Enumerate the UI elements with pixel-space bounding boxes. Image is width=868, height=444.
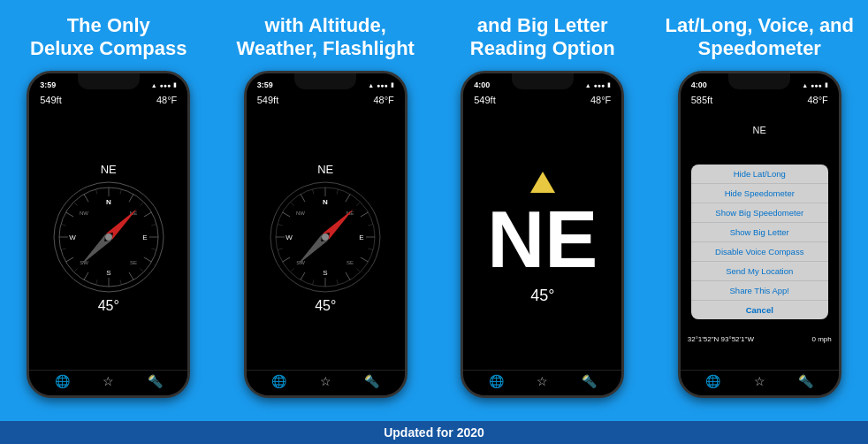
svg-line-19: [120, 279, 122, 285]
svg-line-17: [151, 249, 156, 250]
star-icon-4: ☆: [754, 374, 765, 388]
compass-svg-2: N S E W NE NW SE SW: [268, 180, 383, 295]
svg-text:SE: SE: [346, 260, 354, 265]
time-4: 4:00: [691, 80, 707, 89]
svg-line-61: [291, 202, 294, 205]
svg-line-20: [95, 279, 97, 285]
compass-area-1: NE: [29, 107, 187, 370]
signal-icon-4: ●●●: [811, 82, 822, 88]
status-icons-2: ▲ ●●● ▮: [368, 81, 394, 88]
phone-notch-4: [728, 73, 790, 89]
compass-area-2: NE: [247, 107, 405, 370]
menu-item-share-app[interactable]: Share This App!: [691, 281, 828, 301]
phone-4: 4:00 ▲ ●●● ▮ 585ft 48°F NE Hide Lat/Long: [678, 71, 841, 398]
flash-icon-4: 🔦: [798, 374, 813, 388]
footer-banner: Updated for 2020: [0, 421, 868, 444]
star-icon-2: ☆: [320, 374, 331, 388]
phone-notch-3: [512, 73, 574, 89]
altitude-bar-4: 585ft 48°F: [681, 93, 839, 107]
time-1: 3:59: [40, 80, 56, 89]
temp-2: 48°F: [373, 95, 393, 105]
svg-line-54: [369, 249, 374, 250]
globe-icon-1: 🌐: [55, 374, 70, 388]
svg-text:W: W: [286, 233, 293, 241]
svg-line-57: [313, 279, 315, 285]
svg-line-56: [337, 279, 339, 285]
altitude-1: 549ft: [40, 95, 61, 105]
panel-4: Lat/Long, Voice, andSpeedometer 4:00 ▲ ●…: [651, 0, 869, 421]
panel-3-title: and Big LetterReading Option: [461, 0, 624, 71]
big-direction: NE: [487, 200, 598, 279]
svg-line-25: [95, 189, 97, 195]
svg-line-58: [291, 268, 294, 272]
altitude-4: 585ft: [691, 95, 712, 105]
temp-1: 48°F: [156, 95, 177, 105]
altitude-3: 549ft: [474, 95, 495, 105]
menu-compass-direction: NE: [753, 125, 766, 135]
svg-line-15: [140, 202, 143, 205]
altitude-bar-3: 549ft 48°F: [463, 93, 621, 107]
svg-text:N: N: [323, 198, 328, 206]
wifi-icon-4: ▲: [802, 82, 808, 88]
svg-line-51: [337, 189, 339, 195]
altitude-bar-2: 549ft 48°F: [247, 93, 405, 107]
svg-line-6: [144, 257, 152, 262]
svg-line-49: [283, 212, 291, 217]
wifi-icon-2: ▲: [368, 82, 374, 88]
bottom-bar-4: 🌐 ☆ 🔦: [681, 370, 839, 395]
svg-point-36: [105, 233, 112, 241]
phone-1: 3:59 ▲ ●●● ▮ 549ft 48°F NE: [27, 71, 190, 398]
flash-icon-1: 🔦: [148, 374, 163, 388]
phone-notch-2: [294, 73, 356, 89]
svg-line-18: [140, 268, 143, 272]
globe-icon-4: 🌐: [705, 374, 720, 388]
menu-item-hide-lat[interactable]: Hide Lat/Long: [691, 165, 828, 184]
temp-3: 48°F: [590, 95, 611, 105]
svg-line-52: [357, 202, 361, 205]
speed: 0 mph: [812, 335, 832, 343]
status-icons-3: ▲ ●●● ▮: [585, 81, 612, 88]
big-degrees: 45°: [530, 287, 554, 305]
coordinates: 32°1'52"N 93°52'1"W: [688, 335, 754, 343]
svg-line-53: [369, 225, 374, 226]
signal-icon-2: ●●●: [377, 82, 388, 88]
panel-4-title: Lat/Long, Voice, andSpeedometer: [657, 0, 864, 71]
svg-line-60: [278, 225, 283, 226]
menu-item-hide-speed[interactable]: Hide Speedometer: [691, 184, 828, 203]
menu-item-send-location[interactable]: Send My Location: [691, 262, 828, 281]
svg-line-9: [84, 272, 88, 280]
svg-text:S: S: [106, 269, 110, 277]
svg-text:N: N: [106, 198, 111, 206]
coords-bar: 32°1'52"N 93°52'1"W 0 mph: [681, 333, 839, 345]
svg-line-13: [84, 195, 88, 203]
star-icon-1: ☆: [103, 374, 114, 388]
degrees-2: 45°: [315, 298, 336, 314]
svg-line-55: [357, 268, 361, 272]
panel-2-title: with Altitude,Weather, Flashlight: [228, 0, 423, 71]
menu-item-cancel[interactable]: Cancel: [691, 301, 828, 319]
menu-item-show-big-speed[interactable]: Show Big Speedometer: [691, 203, 828, 223]
bottom-bar-3: 🌐 ☆ 🔦: [463, 370, 621, 395]
svg-line-16: [151, 225, 156, 226]
menu-item-disable-voice[interactable]: Disable Voice Compass: [691, 242, 828, 262]
svg-text:E: E: [142, 233, 147, 241]
svg-line-41: [361, 212, 369, 217]
signal-icon-1: ●●●: [160, 82, 171, 88]
svg-line-4: [144, 212, 152, 217]
svg-text:S: S: [324, 269, 328, 277]
battery-icon-2: ▮: [391, 81, 394, 88]
wifi-icon-1: ▲: [151, 82, 157, 88]
signal-icon-3: ●●●: [594, 82, 605, 88]
status-icons-1: ▲ ●●● ▮: [151, 81, 178, 88]
svg-line-7: [129, 272, 133, 280]
svg-line-46: [301, 272, 305, 280]
menu-item-show-big-letter[interactable]: Show Big Letter: [691, 223, 828, 242]
battery-icon-3: ▮: [607, 81, 611, 88]
panel-3: and Big LetterReading Option 4:00 ▲ ●●● …: [434, 0, 651, 421]
bottom-bar-1: 🌐 ☆ 🔦: [29, 370, 187, 395]
phone-screen-4: 4:00 ▲ ●●● ▮ 585ft 48°F NE Hide Lat/Long: [681, 73, 839, 395]
svg-text:NW: NW: [80, 211, 88, 216]
flash-icon-2: 🔦: [364, 374, 379, 388]
svg-line-21: [73, 268, 77, 272]
big-letter-area: NE 45°: [463, 107, 621, 370]
